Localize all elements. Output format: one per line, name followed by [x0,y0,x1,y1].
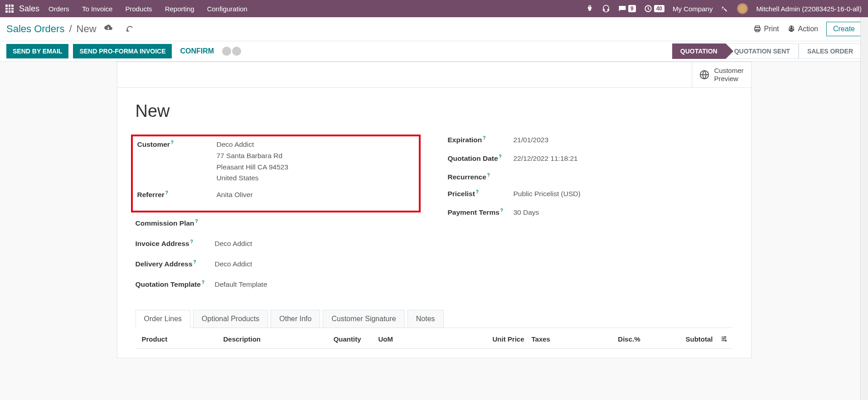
th-uom[interactable]: UoM [365,333,419,348]
company-selector[interactable]: My Company [673,5,713,13]
svg-point-7 [723,338,724,339]
send-proforma-button[interactable]: SEND PRO-FORMA INVOICE [73,44,172,58]
th-disc[interactable]: Disc.% [601,333,644,348]
action-button[interactable]: Action [787,25,818,33]
breadcrumb-sep: / [69,23,72,35]
pricelist-field[interactable]: Public Pricelist (USD) [514,188,733,200]
tab-customer-signature[interactable]: Customer Signature [323,310,404,328]
support-icon[interactable] [602,5,610,13]
invoice-address-field[interactable]: Deco Addict [215,238,421,250]
quotation-date-label: Quotation Date? [448,153,514,163]
tabs: Order Lines Optional Products Other Info… [136,309,733,328]
nav-products[interactable]: Products [125,5,152,13]
highlight-box: Customer? Deco Addict 77 Santa Barbara R… [131,135,421,212]
control-bar: Sales Orders / New Print Action Create [0,17,868,41]
brand[interactable]: Sales [19,4,39,14]
avatar[interactable] [737,3,748,14]
tab-optional-products[interactable]: Optional Products [193,310,268,328]
th-description[interactable]: Description [220,333,315,348]
tab-notes[interactable]: Notes [407,310,444,328]
discard-icon[interactable] [126,24,134,34]
status-bar: SEND BY EMAIL SEND PRO-FORMA INVOICE CON… [0,41,868,62]
status-sales-order[interactable]: SALES ORDER [799,43,862,59]
pricelist-label: Pricelist? [448,188,514,198]
follower-icon [222,47,231,56]
apps-icon[interactable] [5,5,14,13]
vertical-scrollbar[interactable] [860,17,868,367]
messages-icon[interactable]: 9 [618,5,636,13]
status-quotation[interactable]: QUOTATION [672,43,726,59]
followers[interactable] [222,47,241,56]
payment-terms-field[interactable]: 30 Days [514,207,733,218]
th-subtotal[interactable]: Subtotal [644,333,717,348]
activities-icon[interactable]: 40 [644,5,664,13]
invoice-address-label: Invoice Address? [136,238,215,248]
referrer-label: Referrer? [137,189,217,199]
nav-reporting[interactable]: Reporting [165,5,194,13]
referrer-field[interactable]: Anita Oliver [217,189,414,201]
customer-preview-line2: Preview [714,75,743,83]
confirm-button[interactable]: CONFIRM [180,47,214,55]
status-quotation-sent[interactable]: QUOTATION SENT [726,43,799,59]
delivery-address-field[interactable]: Deco Addict [215,259,421,270]
breadcrumb-root[interactable]: Sales Orders [6,23,64,35]
customer-label: Customer? [137,139,217,149]
breadcrumb: Sales Orders / New [6,23,134,35]
th-taxes[interactable]: Taxes [528,333,601,348]
tab-other-info[interactable]: Other Info [271,310,320,328]
recurrence-label: Recurrence? [448,172,514,181]
page-title[interactable]: New [136,101,733,121]
expiration-field[interactable]: 21/01/2023 [514,135,733,146]
customer-preview-button[interactable]: Customer Preview [692,62,751,87]
quotation-template-field[interactable]: Default Template [215,279,421,290]
customer-field[interactable]: Deco Addict 77 Santa Barbara Rd Pleasant… [217,139,414,184]
tools-icon[interactable] [721,5,729,13]
activities-badge: 40 [654,5,664,12]
send-email-button[interactable]: SEND BY EMAIL [6,44,68,58]
messages-badge: 9 [628,5,636,12]
quotation-date-field[interactable]: 22/12/2022 11:18:21 [514,153,733,164]
th-quantity[interactable]: Quantity [315,333,365,348]
user-name[interactable]: Mitchell Admin (22083425-16-0-all) [756,5,862,13]
nav-orders[interactable]: Orders [48,5,69,13]
print-button[interactable]: Print [753,25,779,33]
th-settings-icon[interactable] [717,333,730,348]
nav-configuration[interactable]: Configuration [207,5,247,13]
breadcrumb-current: New [77,23,97,35]
th-unit-price[interactable]: Unit Price [419,333,528,348]
save-cloud-icon[interactable] [104,24,113,34]
order-lines-table-header: Product Description Quantity UoM Unit Pr… [136,328,733,349]
quotation-template-label: Quotation Template? [136,279,215,289]
th-product[interactable]: Product [138,333,220,348]
commission-label: Commission Plan? [136,218,215,227]
delivery-address-label: Delivery Address? [136,259,215,268]
expiration-label: Expiration? [448,135,514,144]
create-button[interactable]: Create [826,22,862,36]
tab-order-lines[interactable]: Order Lines [136,310,191,328]
svg-point-6 [724,336,726,337]
form-sheet: Customer Preview New Customer? Deco Addi… [117,62,752,358]
customer-preview-line1: Customer [714,67,743,75]
globe-icon [699,70,709,80]
payment-terms-label: Payment Terms? [448,207,514,217]
follower-icon [232,47,241,56]
nav-to-invoice[interactable]: To Invoice [82,5,113,13]
bug-icon[interactable] [586,5,594,13]
top-navbar: Sales Orders To Invoice Products Reporti… [0,0,868,17]
